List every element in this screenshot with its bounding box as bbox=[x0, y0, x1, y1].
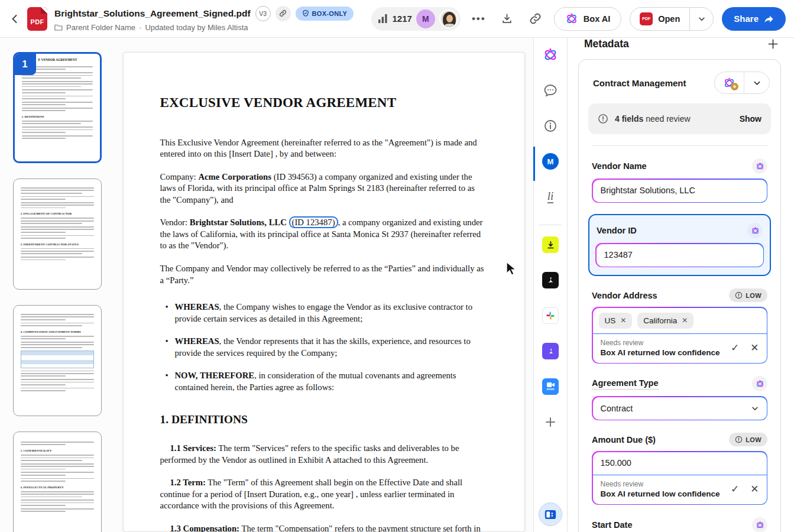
back-button[interactable] bbox=[6, 10, 24, 28]
field-start-date: Start Date bbox=[588, 517, 771, 532]
doc-section-heading: 1. DEFINITIONS bbox=[160, 412, 488, 427]
rail-divider bbox=[539, 225, 562, 225]
page-thumbnails-sidebar: 1 E VENDOR AGREEMENT 1. DEFINITIONS 2. E… bbox=[0, 38, 114, 532]
open-button[interactable]: PDF Open bbox=[630, 8, 689, 30]
metadata-panel: Metadata Contract Management ★ bbox=[567, 38, 794, 532]
agreement-type-select[interactable]: Contract bbox=[593, 397, 767, 420]
apps-rail: M li bbox=[533, 38, 567, 532]
document-page: EXCLUSIVE VENDOR AGREEMENT This Exclusiv… bbox=[123, 52, 525, 532]
avatar-initial[interactable]: M bbox=[416, 9, 435, 28]
share-button[interactable]: Share bbox=[722, 7, 786, 31]
amount-due-input[interactable]: 150.000 bbox=[593, 452, 767, 475]
download-app-icon[interactable] bbox=[542, 236, 559, 254]
box-only-badge[interactable]: BOX-ONLY bbox=[296, 7, 354, 21]
collapse-template-button[interactable] bbox=[744, 72, 769, 93]
star-badge-icon: ★ bbox=[731, 83, 738, 90]
chevron-down-icon bbox=[751, 404, 759, 413]
thumbnail-page-4[interactable]: 5. CONFIDENTIALITY 6. INTELLECTUAL PROPE… bbox=[13, 432, 102, 532]
document-viewer[interactable]: EXCLUSIVE VENDOR AGREEMENT This Exclusiv… bbox=[114, 38, 533, 532]
version-badge[interactable]: V3 bbox=[255, 6, 271, 21]
fields-review-alert: 4 fields need review Show bbox=[588, 103, 771, 134]
shared-link-icon[interactable] bbox=[276, 6, 291, 21]
vendor-address-input[interactable]: US✕ California✕ bbox=[593, 308, 767, 333]
metadata-panel-title: Metadata bbox=[584, 38, 629, 50]
pdf-file-icon: PDF bbox=[27, 7, 47, 31]
views-count: 1217 bbox=[392, 14, 411, 24]
doc-heading: EXCLUSIVE VENDOR AGREEMENT bbox=[160, 94, 488, 112]
vendor-name-input[interactable]: Brightstar Solutions, LLC bbox=[593, 180, 767, 202]
add-metadata-button[interactable] bbox=[767, 38, 779, 50]
updated-text: Updated today by Miles Altista bbox=[145, 23, 248, 32]
open-dropdown-caret[interactable] bbox=[689, 8, 713, 30]
accept-suggestion-button[interactable]: ✓ bbox=[731, 342, 739, 354]
thumbnail-page-1[interactable]: 1 E VENDOR AGREEMENT 1. DEFINITIONS bbox=[13, 52, 102, 163]
top-header: PDF Brightstar_Solutions_Agreement_Signe… bbox=[0, 0, 794, 38]
info-icon[interactable] bbox=[542, 117, 559, 135]
template-actions: ★ bbox=[714, 72, 770, 94]
breadcrumb[interactable]: Parent Folder Name bbox=[66, 23, 135, 32]
box-ai-rail-icon[interactable] bbox=[542, 46, 559, 64]
zoom-icon[interactable]: zoom bbox=[542, 378, 559, 395]
box-ai-button[interactable]: Box AI bbox=[554, 7, 621, 31]
card-divider bbox=[592, 145, 767, 146]
autofill-ai-button[interactable]: ★ bbox=[715, 72, 744, 93]
vendor-id-input[interactable]: 123487 bbox=[597, 244, 763, 267]
page-number-badge: 1 bbox=[14, 53, 36, 75]
ai-suggested-icon[interactable] bbox=[752, 376, 767, 391]
low-confidence-badge: LOW bbox=[729, 288, 767, 302]
collapse-panel-button[interactable] bbox=[539, 502, 562, 526]
box-ai-icon bbox=[565, 12, 578, 25]
alert-icon bbox=[598, 113, 608, 124]
ai-suggested-icon[interactable] bbox=[752, 517, 767, 532]
comments-icon[interactable] bbox=[542, 82, 559, 99]
field-amount-due: Amount Due ($) LOW 150.000 Needs review … bbox=[588, 433, 771, 505]
reject-suggestion-button[interactable]: ✕ bbox=[750, 342, 759, 354]
thumbnail-page-3[interactable]: 4. COMPENSATION AND PAYMENT TERMS bbox=[13, 305, 102, 416]
adobe-acrobat-purple-icon[interactable] bbox=[542, 342, 559, 360]
field-vendor-name: Vendor Name Brightstar Solutions, LLC bbox=[588, 158, 771, 203]
field-agreement-type: Agreement Type Contract bbox=[588, 376, 771, 420]
folder-icon bbox=[54, 24, 63, 31]
document-title: Brightstar_Solutions_Agreement_Signed.pd… bbox=[54, 8, 251, 19]
avatar-photo[interactable] bbox=[439, 9, 458, 28]
remove-chip-icon[interactable]: ✕ bbox=[682, 316, 688, 325]
review-banner: Needs review Box AI returned low confide… bbox=[593, 333, 767, 363]
download-button[interactable] bbox=[497, 9, 517, 29]
copy-link-button[interactable] bbox=[526, 9, 546, 29]
pdf-app-icon: PDF bbox=[640, 12, 653, 25]
box-sign-icon[interactable]: li bbox=[542, 188, 559, 206]
field-vendor-address: Vendor Address LOW US✕ California✕ Needs… bbox=[588, 288, 771, 364]
adobe-acrobat-black-icon[interactable] bbox=[542, 271, 559, 289]
bar-chart-icon bbox=[378, 14, 388, 23]
metadata-tab-icon[interactable]: M bbox=[542, 153, 559, 170]
chip-california[interactable]: California✕ bbox=[637, 313, 693, 329]
reject-suggestion-button[interactable]: ✕ bbox=[750, 483, 759, 495]
share-arrow-icon bbox=[764, 14, 774, 23]
ai-suggested-icon[interactable] bbox=[747, 223, 763, 238]
accept-suggestion-button[interactable]: ✓ bbox=[731, 483, 739, 495]
template-title: Contract Management bbox=[593, 78, 686, 88]
active-tab-indicator bbox=[533, 147, 535, 181]
field-vendor-id-active: Vendor ID 123487 bbox=[588, 214, 771, 276]
remove-chip-icon[interactable]: ✕ bbox=[620, 316, 626, 325]
thumbnail-table bbox=[21, 351, 94, 368]
ai-suggested-icon[interactable] bbox=[752, 158, 767, 174]
review-banner: Needs review Box AI returned low confide… bbox=[593, 475, 767, 504]
add-app-button[interactable] bbox=[542, 413, 559, 431]
slack-icon[interactable] bbox=[542, 307, 559, 325]
vendor-id-highlight[interactable]: (ID 123487) bbox=[289, 216, 338, 228]
low-confidence-badge: LOW bbox=[729, 433, 767, 446]
box-only-label: BOX-ONLY bbox=[312, 10, 347, 17]
contract-management-card: Contract Management ★ 4 fields need revi… bbox=[578, 59, 781, 532]
open-button-group: PDF Open bbox=[630, 7, 714, 31]
show-review-button[interactable]: Show bbox=[740, 114, 761, 124]
views-collaborators-pill[interactable]: 1217 M bbox=[371, 7, 460, 31]
chip-us[interactable]: US✕ bbox=[599, 313, 633, 329]
more-options-button[interactable]: ••• bbox=[469, 9, 489, 29]
thumbnail-page-2[interactable]: 2. ENGAGEMENT OF CONTRACTOR 3. INDEPENDE… bbox=[13, 179, 102, 290]
